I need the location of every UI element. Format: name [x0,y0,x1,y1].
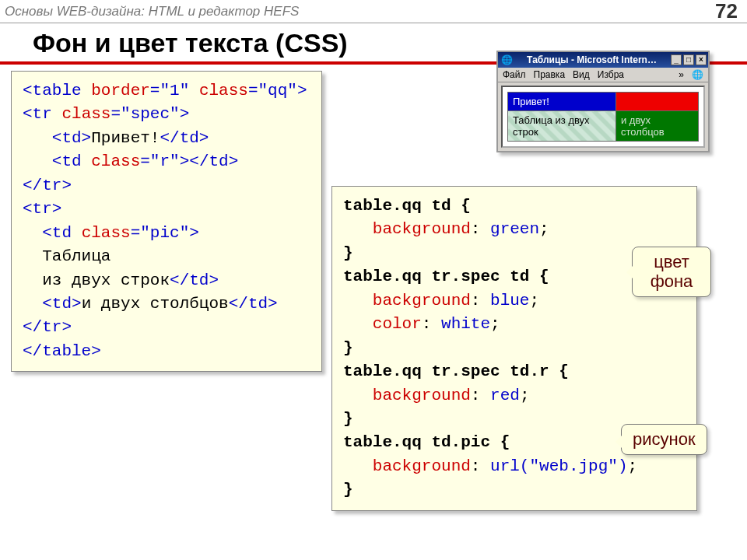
cell-pic: Таблица из двух строк [508,111,616,142]
cell-red [615,93,698,111]
minimize-icon[interactable]: _ [671,54,682,65]
menu-edit[interactable]: Правка [534,69,566,80]
browser-title: Таблицы - Microsoft Intern… [527,54,657,65]
callout-bgcolor: цвет фона [632,247,711,297]
menu-view[interactable]: Вид [573,69,590,80]
callout-picture-label: рисунок [633,429,696,449]
cell-green: и двух столбцов [615,111,698,142]
browser-menubar: Файл Правка Вид Избра » 🌐 [498,68,708,82]
close-icon[interactable]: × [696,54,707,65]
browser-document: Привет! Таблица из двух строк и двух сто… [501,86,705,148]
html-code-box: <table border="1" class="qq"> <tr class=… [11,71,322,372]
sample-table: Привет! Таблица из двух строк и двух сто… [507,92,699,142]
browser-window: 🌐 Таблицы - Microsoft Intern… _ □ × Файл… [496,51,710,152]
callout-bgcolor-label: цвет фона [651,252,693,291]
chevron-right-icon[interactable]: » [679,69,684,80]
browser-titlebar: 🌐 Таблицы - Microsoft Intern… _ □ × [498,52,708,68]
callout-picture: рисунок [621,424,707,455]
page-number: 72 [715,0,738,23]
maximize-icon[interactable]: □ [683,54,694,65]
css-code-box: table.qq td { background: green; } table… [331,186,697,511]
ie-icon: 🌐 [501,54,513,65]
cell-hello: Привет! [508,93,616,111]
menu-fav[interactable]: Избра [598,69,624,80]
slide-body: <table border="1" class="qq"> <tr class=… [0,71,747,560]
slide-header: Основы WEB-дизайна: HTML и редактор HEFS… [0,0,747,23]
throbber-icon: 🌐 [692,69,703,80]
breadcrumb: Основы WEB-дизайна: HTML и редактор HEFS [5,4,299,19]
menu-file[interactable]: Файл [503,69,526,80]
